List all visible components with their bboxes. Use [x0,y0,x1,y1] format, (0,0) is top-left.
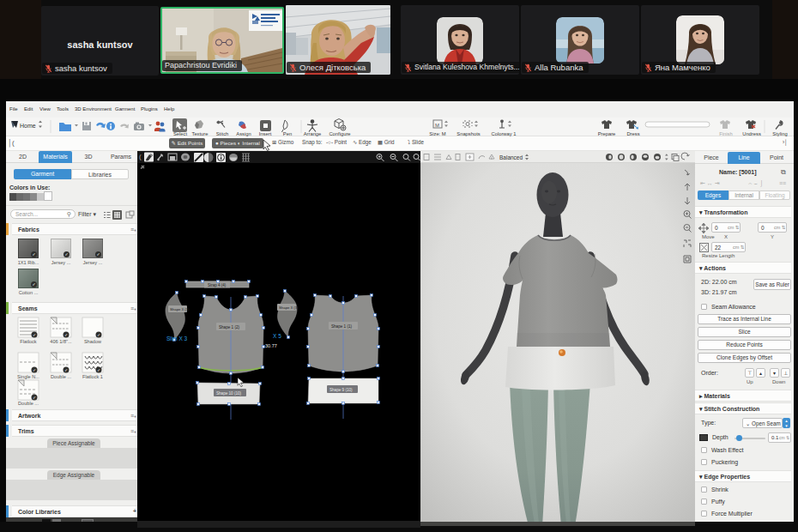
svg-text:✓: ✓ [33,367,36,372]
svg-text:Strap 4 (4): Strap 4 (4) [208,283,227,287]
svg-text:Shape 1 (2): Shape 1 (2) [219,325,239,329]
svg-text:X 5: X 5 [273,333,281,339]
svg-text:Shape 3 (3): Shape 3 (3) [279,305,299,310]
svg-text:Shape 10 (10): Shape 10 (10) [216,391,242,396]
svg-text:(: ( [139,153,142,160]
svg-text:Balanced: Balanced [499,154,523,160]
svg-text:Shape 3 (3): Shape 3 (3) [170,307,190,311]
svg-text:M: M [435,123,439,128]
svg-text:Shape 1 (1): Shape 1 (1) [331,324,352,329]
svg-text:✓: ✓ [97,332,100,337]
svg-text:Shape 9 (10): Shape 9 (10) [329,388,353,392]
svg-text:✓: ✓ [33,395,36,400]
svg-text:Slim X 3: Slim X 3 [166,336,188,342]
svg-text:✓: ✓ [33,332,36,337]
svg-text:✓: ✓ [64,332,68,337]
svg-text:✓: ✓ [64,367,68,372]
svg-text:30.77: 30.77 [265,343,277,348]
svg-text:✓: ✓ [97,367,100,372]
